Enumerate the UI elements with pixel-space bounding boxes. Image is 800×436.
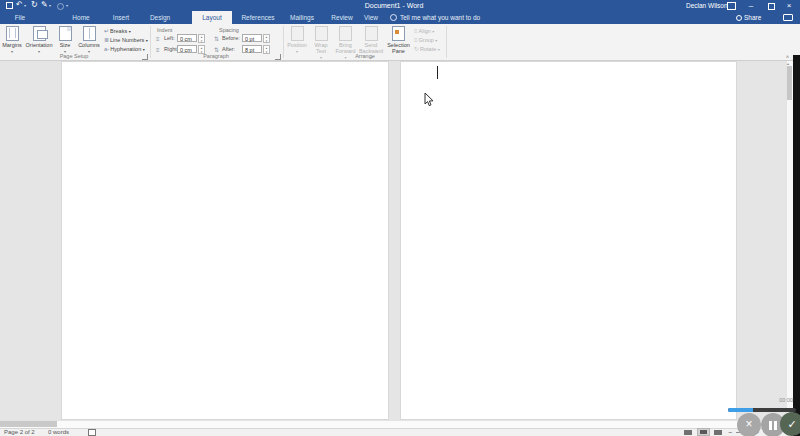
selection-pane-icon (392, 26, 405, 41)
send-backward-icon (365, 26, 378, 41)
save-icon[interactable] (6, 2, 13, 9)
recorder-done-button[interactable]: ✓ (780, 412, 800, 436)
share-person-icon (736, 15, 742, 21)
line-numbers-icon: ≣ (104, 37, 109, 43)
selection-pane-button[interactable]: Selection Pane (385, 26, 412, 54)
rotate-icon: ↻ (414, 46, 419, 52)
wrap-text-icon (315, 26, 328, 41)
share-button[interactable]: Share (744, 11, 761, 24)
undo-caret-icon[interactable]: ▾ (24, 4, 26, 8)
columns-icon (83, 26, 96, 41)
pause-bar-icon (769, 421, 772, 430)
breaks-button[interactable]: ↵Breaks ▾ (104, 27, 131, 35)
indent-left-label: Left: (164, 34, 175, 43)
web-layout-button[interactable] (714, 430, 722, 435)
pen-caret-icon[interactable]: ▾ (49, 4, 51, 8)
recorder-progress-fill (728, 408, 753, 412)
indent-left-icon: ≡ (156, 35, 160, 44)
indent-right-input[interactable]: 0 cm (177, 45, 197, 53)
position-icon (291, 26, 304, 41)
position-button[interactable]: Position▾ (286, 26, 308, 54)
page-1[interactable] (61, 61, 389, 420)
page-indicator[interactable]: Page 2 of 2 (4, 428, 35, 436)
tab-view[interactable]: View (358, 11, 384, 24)
spacing-before-input[interactable]: 0 pt (242, 34, 262, 42)
recorder-progress-track (728, 408, 796, 412)
print-layout-button[interactable] (697, 428, 710, 436)
window-title: Document1 - Word (294, 1, 494, 10)
account-name[interactable]: Declan Wilson (686, 1, 728, 10)
word-window: ↶ ▾ ↻ ✎ ▾ ▾ Document1 - Word Declan Wils… (0, 0, 800, 436)
tab-home[interactable]: Home (66, 11, 96, 24)
orientation-icon (33, 26, 46, 41)
paragraph-group-label: Paragraph (152, 53, 280, 59)
tab-file[interactable]: File (8, 11, 32, 24)
close-button[interactable]: × (782, 0, 796, 11)
align-button[interactable]: ≡Align ▾ (414, 27, 434, 35)
spacing-after-input[interactable]: 8 pt (242, 45, 262, 53)
size-icon (59, 26, 72, 41)
align-icon: ≡ (414, 28, 418, 34)
pen-icon[interactable]: ✎ (41, 1, 48, 9)
indent-left-input[interactable]: 0 cm (177, 34, 197, 42)
breaks-icon: ↵ (104, 28, 109, 34)
word-count[interactable]: 0 words (48, 428, 69, 436)
tab-review[interactable]: Review (326, 11, 358, 24)
vertical-scrollbar-thumb[interactable] (787, 66, 792, 100)
hyphenation-icon: a- (104, 46, 109, 52)
line-numbers-button[interactable]: ≣Line Numbers ▾ (104, 36, 148, 44)
status-bar (0, 428, 793, 436)
spacing-before-stepper[interactable]: ▴▾ (263, 34, 270, 43)
margins-button[interactable]: Margins▾ (1, 26, 23, 54)
indent-left-stepper[interactable]: ▴▾ (198, 34, 205, 43)
group-button[interactable]: ≡Group ▾ (414, 36, 437, 44)
mouse-cursor-icon (424, 93, 434, 107)
page-2[interactable] (400, 61, 737, 420)
columns-button[interactable]: Columns▾ (77, 26, 101, 54)
hyphenation-button[interactable]: a-Hyphenation ▾ (104, 45, 145, 53)
spacing-header: Spacing (219, 27, 239, 33)
bring-forward-icon (339, 26, 352, 41)
tab-mailings[interactable]: Mailings (284, 11, 320, 24)
margins-icon (6, 26, 19, 41)
read-mode-button[interactable] (684, 430, 692, 435)
size-button[interactable]: Size▾ (55, 26, 75, 54)
group-separator (446, 26, 447, 58)
tab-references[interactable]: References (236, 11, 280, 24)
indent-header: Indent (157, 27, 172, 33)
redo-icon[interactable]: ↻ (31, 1, 38, 9)
orientation-button[interactable]: Orientation▾ (24, 26, 54, 54)
undo-icon[interactable]: ↶ (16, 1, 23, 9)
lightbulb-icon (390, 14, 397, 21)
vertical-scrollbar[interactable] (786, 61, 793, 420)
page-setup-group-label: Page Setup (0, 53, 148, 59)
desktop-edge (793, 55, 800, 436)
tab-design[interactable]: Design (144, 11, 176, 24)
qat-dim-icon (57, 3, 64, 10)
group-separator (150, 26, 151, 58)
tab-insert[interactable]: Insert (106, 11, 136, 24)
rotate-button[interactable]: ↻Rotate ▾ (414, 45, 440, 53)
tell-me-box[interactable]: Tell me what you want to do (400, 11, 480, 24)
recorder-cancel-button[interactable]: × (737, 413, 761, 436)
pause-bar-icon (774, 421, 777, 430)
ribbon-display-options-icon[interactable] (727, 2, 736, 10)
spacing-before-icon: ⇅ (214, 35, 219, 44)
group-separator (283, 26, 284, 58)
minimize-button[interactable]: – (744, 0, 758, 11)
restore-button[interactable] (768, 3, 775, 10)
qat-customize-icon[interactable]: ▾ (66, 4, 68, 8)
page-setup-dialog-launcher-icon[interactable] (142, 54, 148, 60)
comments-icon[interactable] (783, 14, 793, 21)
arrange-group-label: Arrange (285, 53, 445, 59)
recorder-timer: 00:00 (763, 397, 793, 403)
proofing-icon[interactable] (88, 429, 96, 436)
horizontal-scrollbar-thumb[interactable] (0, 421, 57, 427)
tab-layout[interactable]: Layout (192, 11, 232, 24)
zoom-out-button[interactable]: − (728, 429, 732, 436)
text-cursor (437, 66, 438, 79)
collapse-ribbon-icon[interactable]: ˄ (786, 55, 789, 60)
spacing-before-label: Before: (222, 34, 240, 43)
horizontal-scrollbar[interactable] (0, 420, 793, 428)
paragraph-dialog-launcher-icon[interactable] (275, 54, 281, 60)
